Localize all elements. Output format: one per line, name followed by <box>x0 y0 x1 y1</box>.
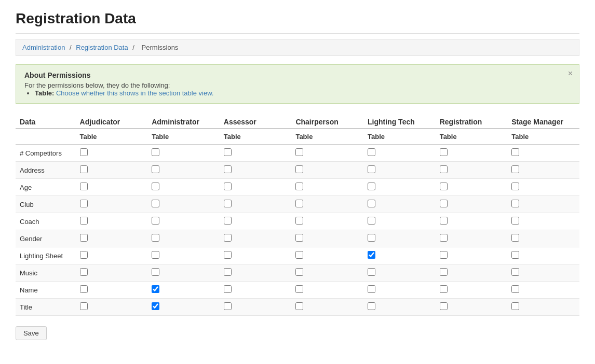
col-header-chairperson: Chairperson <box>291 114 363 129</box>
checkbox-lighting-sheet-chairperson[interactable] <box>295 251 303 259</box>
checkbox-music-chairperson[interactable] <box>295 268 303 276</box>
checkbox-coach-chairperson[interactable] <box>295 217 303 225</box>
checkbox-coach-assessor[interactable] <box>224 217 232 225</box>
checkbox-age-stage-manager[interactable] <box>511 183 519 190</box>
permissions-table: Data Adjudicator Administrator Assessor … <box>16 114 579 316</box>
breadcrumb-link-registration-data[interactable]: Registration Data <box>76 44 128 51</box>
subheader-stage-manager-table: Table <box>507 129 579 145</box>
checkbox-age-chairperson[interactable] <box>295 183 303 190</box>
checkbox-gender-chairperson[interactable] <box>295 234 303 242</box>
checkbox-#-competitors-adjudicator[interactable] <box>80 148 88 156</box>
alert-term: Table: <box>35 89 54 97</box>
checkbox-name-administrator[interactable] <box>152 285 159 293</box>
checkbox-title-lighting-tech[interactable] <box>368 302 375 310</box>
checkbox-age-lighting-tech[interactable] <box>368 183 375 190</box>
checkbox-title-stage-manager[interactable] <box>511 302 519 310</box>
checkbox-#-competitors-lighting-tech[interactable] <box>368 148 375 156</box>
col-header-administrator: Administrator <box>147 114 220 129</box>
checkbox-music-administrator[interactable] <box>152 268 159 276</box>
checkbox-address-administrator[interactable] <box>152 165 159 173</box>
checkbox-gender-lighting-tech[interactable] <box>368 234 375 242</box>
checkbox-music-assessor[interactable] <box>224 268 232 276</box>
checkbox-address-chairperson[interactable] <box>295 165 303 173</box>
checkbox-name-assessor[interactable] <box>224 285 232 293</box>
table-row: Club <box>16 196 579 213</box>
checkbox-gender-administrator[interactable] <box>152 234 159 242</box>
alert-close-button[interactable]: × <box>568 69 573 78</box>
table-row: # Competitors <box>16 145 579 162</box>
row-label: Club <box>16 196 76 213</box>
checkbox-address-assessor[interactable] <box>224 165 232 173</box>
checkbox-coach-stage-manager[interactable] <box>511 217 519 225</box>
checkbox-lighting-sheet-assessor[interactable] <box>224 251 232 259</box>
row-cell <box>363 282 436 299</box>
checkbox-name-stage-manager[interactable] <box>511 285 519 293</box>
row-label: Lighting Sheet <box>16 247 76 264</box>
checkbox-address-lighting-tech[interactable] <box>368 165 375 173</box>
row-cell <box>436 213 508 230</box>
row-cell <box>147 213 220 230</box>
col-header-data: Data <box>16 114 76 129</box>
checkbox-title-chairperson[interactable] <box>295 302 303 310</box>
checkbox-#-competitors-assessor[interactable] <box>224 148 232 156</box>
checkbox-age-registration[interactable] <box>440 183 448 190</box>
checkbox-gender-adjudicator[interactable] <box>80 234 88 242</box>
checkbox-club-chairperson[interactable] <box>295 200 303 207</box>
checkbox-lighting-sheet-lighting-tech[interactable] <box>368 251 375 259</box>
checkbox-address-registration[interactable] <box>440 165 448 173</box>
checkbox-lighting-sheet-registration[interactable] <box>440 251 448 259</box>
row-cell <box>76 145 148 162</box>
checkbox-#-competitors-registration[interactable] <box>440 148 448 156</box>
checkbox-club-registration[interactable] <box>440 200 448 207</box>
subheader-chairperson-table: Table <box>291 129 363 145</box>
save-button[interactable]: Save <box>16 326 47 340</box>
row-cell <box>363 264 436 282</box>
checkbox-title-registration[interactable] <box>440 302 448 310</box>
col-header-assessor: Assessor <box>220 114 292 129</box>
checkbox-gender-assessor[interactable] <box>224 234 232 242</box>
checkbox-address-adjudicator[interactable] <box>80 165 88 173</box>
checkbox-name-registration[interactable] <box>440 285 448 293</box>
checkbox-music-registration[interactable] <box>440 268 448 276</box>
breadcrumb-link-administration[interactable]: Administration <box>22 44 65 51</box>
checkbox-club-administrator[interactable] <box>152 200 159 207</box>
checkbox-title-assessor[interactable] <box>224 302 232 310</box>
checkbox-club-assessor[interactable] <box>224 200 232 207</box>
checkbox-lighting-sheet-adjudicator[interactable] <box>80 251 88 259</box>
checkbox-age-administrator[interactable] <box>152 183 159 190</box>
checkbox-#-competitors-stage-manager[interactable] <box>511 148 519 156</box>
row-cell <box>507 264 579 282</box>
checkbox-coach-lighting-tech[interactable] <box>368 217 375 225</box>
checkbox-name-chairperson[interactable] <box>295 285 303 293</box>
subheader-data-empty <box>16 129 76 145</box>
checkbox-name-lighting-tech[interactable] <box>368 285 375 293</box>
checkbox-club-stage-manager[interactable] <box>511 200 519 207</box>
row-label: # Competitors <box>16 145 76 162</box>
table-row: Name <box>16 282 579 299</box>
checkbox-coach-adjudicator[interactable] <box>80 217 88 225</box>
row-cell <box>291 264 363 282</box>
row-cell <box>76 247 148 264</box>
checkbox-club-adjudicator[interactable] <box>80 200 88 207</box>
checkbox-coach-registration[interactable] <box>440 217 448 225</box>
checkbox-club-lighting-tech[interactable] <box>368 200 375 207</box>
checkbox-address-stage-manager[interactable] <box>511 165 519 173</box>
checkbox-music-stage-manager[interactable] <box>511 268 519 276</box>
checkbox-gender-registration[interactable] <box>440 234 448 242</box>
checkbox-age-assessor[interactable] <box>224 183 232 190</box>
checkbox-title-administrator[interactable] <box>152 302 159 310</box>
checkbox-music-adjudicator[interactable] <box>80 268 88 276</box>
checkbox-lighting-sheet-administrator[interactable] <box>152 251 159 259</box>
checkbox-lighting-sheet-stage-manager[interactable] <box>511 251 519 259</box>
checkbox-#-competitors-chairperson[interactable] <box>295 148 303 156</box>
alert-title: About Permissions <box>24 71 571 79</box>
checkbox-age-adjudicator[interactable] <box>80 183 88 190</box>
checkbox-#-competitors-administrator[interactable] <box>152 148 159 156</box>
row-cell <box>220 247 292 264</box>
checkbox-music-lighting-tech[interactable] <box>368 268 375 276</box>
checkbox-coach-administrator[interactable] <box>152 217 159 225</box>
checkbox-name-adjudicator[interactable] <box>80 285 88 293</box>
checkbox-gender-stage-manager[interactable] <box>511 234 519 242</box>
row-cell <box>363 247 436 264</box>
checkbox-title-adjudicator[interactable] <box>80 302 88 310</box>
